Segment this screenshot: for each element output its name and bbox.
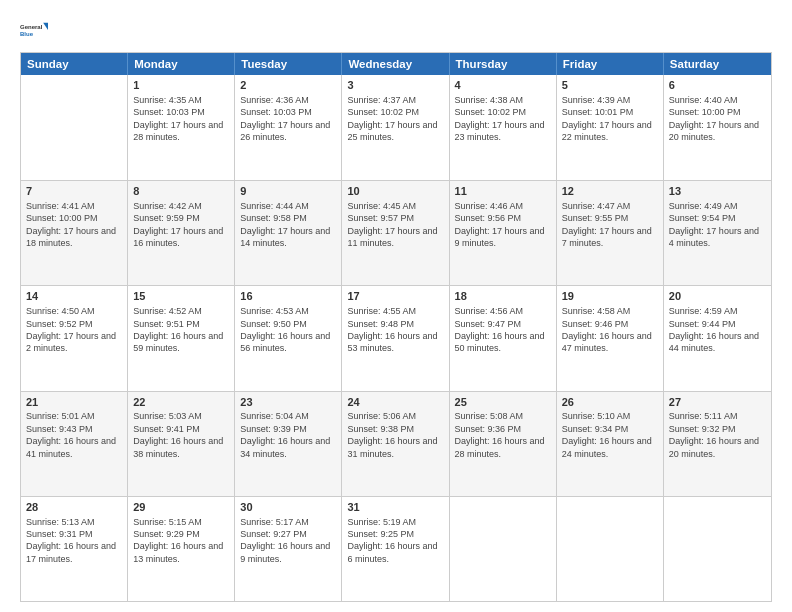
day-number: 8 xyxy=(133,184,229,199)
calendar: SundayMondayTuesdayWednesdayThursdayFrid… xyxy=(20,52,772,602)
calendar-day-cell: 12Sunrise: 4:47 AM Sunset: 9:55 PM Dayli… xyxy=(557,181,664,285)
calendar-day-cell: 28Sunrise: 5:13 AM Sunset: 9:31 PM Dayli… xyxy=(21,497,128,601)
calendar-day-cell: 7Sunrise: 4:41 AM Sunset: 10:00 PM Dayli… xyxy=(21,181,128,285)
calendar-day-cell: 4Sunrise: 4:38 AM Sunset: 10:02 PM Dayli… xyxy=(450,75,557,180)
day-info: Sunrise: 4:45 AM Sunset: 9:57 PM Dayligh… xyxy=(347,200,443,250)
day-number: 15 xyxy=(133,289,229,304)
day-info: Sunrise: 4:50 AM Sunset: 9:52 PM Dayligh… xyxy=(26,305,122,355)
day-number: 1 xyxy=(133,78,229,93)
day-number: 24 xyxy=(347,395,443,410)
calendar-day-cell: 19Sunrise: 4:58 AM Sunset: 9:46 PM Dayli… xyxy=(557,286,664,390)
calendar-day-cell: 24Sunrise: 5:06 AM Sunset: 9:38 PM Dayli… xyxy=(342,392,449,496)
day-number: 11 xyxy=(455,184,551,199)
day-number: 9 xyxy=(240,184,336,199)
weekday-header: Friday xyxy=(557,53,664,75)
calendar-day-cell: 14Sunrise: 4:50 AM Sunset: 9:52 PM Dayli… xyxy=(21,286,128,390)
day-info: Sunrise: 5:11 AM Sunset: 9:32 PM Dayligh… xyxy=(669,410,766,460)
calendar-day-cell: 29Sunrise: 5:15 AM Sunset: 9:29 PM Dayli… xyxy=(128,497,235,601)
calendar-row: 28Sunrise: 5:13 AM Sunset: 9:31 PM Dayli… xyxy=(21,496,771,601)
day-number: 22 xyxy=(133,395,229,410)
calendar-day-cell: 3Sunrise: 4:37 AM Sunset: 10:02 PM Dayli… xyxy=(342,75,449,180)
day-number: 28 xyxy=(26,500,122,515)
day-info: Sunrise: 4:59 AM Sunset: 9:44 PM Dayligh… xyxy=(669,305,766,355)
page: GeneralBlue SundayMondayTuesdayWednesday… xyxy=(0,0,792,612)
day-number: 18 xyxy=(455,289,551,304)
calendar-day-cell: 21Sunrise: 5:01 AM Sunset: 9:43 PM Dayli… xyxy=(21,392,128,496)
day-number: 10 xyxy=(347,184,443,199)
day-info: Sunrise: 4:49 AM Sunset: 9:54 PM Dayligh… xyxy=(669,200,766,250)
day-info: Sunrise: 5:03 AM Sunset: 9:41 PM Dayligh… xyxy=(133,410,229,460)
calendar-row: 14Sunrise: 4:50 AM Sunset: 9:52 PM Dayli… xyxy=(21,285,771,390)
calendar-day-cell: 6Sunrise: 4:40 AM Sunset: 10:00 PM Dayli… xyxy=(664,75,771,180)
day-info: Sunrise: 4:36 AM Sunset: 10:03 PM Daylig… xyxy=(240,94,336,144)
day-info: Sunrise: 4:39 AM Sunset: 10:01 PM Daylig… xyxy=(562,94,658,144)
day-info: Sunrise: 5:13 AM Sunset: 9:31 PM Dayligh… xyxy=(26,516,122,566)
day-info: Sunrise: 5:06 AM Sunset: 9:38 PM Dayligh… xyxy=(347,410,443,460)
weekday-header: Thursday xyxy=(450,53,557,75)
day-number: 3 xyxy=(347,78,443,93)
calendar-empty-cell xyxy=(21,75,128,180)
logo-icon: GeneralBlue xyxy=(20,16,48,44)
day-number: 20 xyxy=(669,289,766,304)
weekday-header: Monday xyxy=(128,53,235,75)
calendar-day-cell: 5Sunrise: 4:39 AM Sunset: 10:01 PM Dayli… xyxy=(557,75,664,180)
calendar-day-cell: 23Sunrise: 5:04 AM Sunset: 9:39 PM Dayli… xyxy=(235,392,342,496)
day-info: Sunrise: 4:40 AM Sunset: 10:00 PM Daylig… xyxy=(669,94,766,144)
calendar-day-cell: 20Sunrise: 4:59 AM Sunset: 9:44 PM Dayli… xyxy=(664,286,771,390)
day-number: 31 xyxy=(347,500,443,515)
calendar-day-cell: 10Sunrise: 4:45 AM Sunset: 9:57 PM Dayli… xyxy=(342,181,449,285)
day-info: Sunrise: 5:19 AM Sunset: 9:25 PM Dayligh… xyxy=(347,516,443,566)
day-number: 12 xyxy=(562,184,658,199)
day-info: Sunrise: 4:58 AM Sunset: 9:46 PM Dayligh… xyxy=(562,305,658,355)
svg-text:Blue: Blue xyxy=(20,31,34,37)
weekday-header: Tuesday xyxy=(235,53,342,75)
weekday-header: Wednesday xyxy=(342,53,449,75)
day-info: Sunrise: 4:53 AM Sunset: 9:50 PM Dayligh… xyxy=(240,305,336,355)
calendar-day-cell: 11Sunrise: 4:46 AM Sunset: 9:56 PM Dayli… xyxy=(450,181,557,285)
day-number: 29 xyxy=(133,500,229,515)
day-number: 17 xyxy=(347,289,443,304)
day-number: 16 xyxy=(240,289,336,304)
day-info: Sunrise: 4:35 AM Sunset: 10:03 PM Daylig… xyxy=(133,94,229,144)
calendar-day-cell: 17Sunrise: 4:55 AM Sunset: 9:48 PM Dayli… xyxy=(342,286,449,390)
day-info: Sunrise: 5:01 AM Sunset: 9:43 PM Dayligh… xyxy=(26,410,122,460)
day-number: 6 xyxy=(669,78,766,93)
day-info: Sunrise: 5:10 AM Sunset: 9:34 PM Dayligh… xyxy=(562,410,658,460)
day-number: 13 xyxy=(669,184,766,199)
day-number: 14 xyxy=(26,289,122,304)
day-number: 21 xyxy=(26,395,122,410)
calendar-day-cell: 30Sunrise: 5:17 AM Sunset: 9:27 PM Dayli… xyxy=(235,497,342,601)
calendar-body: 1Sunrise: 4:35 AM Sunset: 10:03 PM Dayli… xyxy=(21,75,771,601)
calendar-header: SundayMondayTuesdayWednesdayThursdayFrid… xyxy=(21,53,771,75)
calendar-day-cell: 22Sunrise: 5:03 AM Sunset: 9:41 PM Dayli… xyxy=(128,392,235,496)
day-number: 7 xyxy=(26,184,122,199)
calendar-day-cell: 27Sunrise: 5:11 AM Sunset: 9:32 PM Dayli… xyxy=(664,392,771,496)
day-number: 30 xyxy=(240,500,336,515)
calendar-row: 7Sunrise: 4:41 AM Sunset: 10:00 PM Dayli… xyxy=(21,180,771,285)
svg-marker-2 xyxy=(43,23,48,30)
day-number: 2 xyxy=(240,78,336,93)
day-info: Sunrise: 5:17 AM Sunset: 9:27 PM Dayligh… xyxy=(240,516,336,566)
day-info: Sunrise: 4:56 AM Sunset: 9:47 PM Dayligh… xyxy=(455,305,551,355)
calendar-day-cell: 1Sunrise: 4:35 AM Sunset: 10:03 PM Dayli… xyxy=(128,75,235,180)
calendar-row: 21Sunrise: 5:01 AM Sunset: 9:43 PM Dayli… xyxy=(21,391,771,496)
day-number: 27 xyxy=(669,395,766,410)
day-info: Sunrise: 4:47 AM Sunset: 9:55 PM Dayligh… xyxy=(562,200,658,250)
calendar-day-cell: 13Sunrise: 4:49 AM Sunset: 9:54 PM Dayli… xyxy=(664,181,771,285)
day-number: 25 xyxy=(455,395,551,410)
svg-text:General: General xyxy=(20,24,43,30)
day-info: Sunrise: 5:08 AM Sunset: 9:36 PM Dayligh… xyxy=(455,410,551,460)
logo: GeneralBlue xyxy=(20,16,48,44)
calendar-day-cell: 15Sunrise: 4:52 AM Sunset: 9:51 PM Dayli… xyxy=(128,286,235,390)
day-number: 23 xyxy=(240,395,336,410)
day-info: Sunrise: 4:46 AM Sunset: 9:56 PM Dayligh… xyxy=(455,200,551,250)
day-info: Sunrise: 4:37 AM Sunset: 10:02 PM Daylig… xyxy=(347,94,443,144)
calendar-day-cell: 18Sunrise: 4:56 AM Sunset: 9:47 PM Dayli… xyxy=(450,286,557,390)
day-info: Sunrise: 5:15 AM Sunset: 9:29 PM Dayligh… xyxy=(133,516,229,566)
header: GeneralBlue xyxy=(20,16,772,44)
day-number: 19 xyxy=(562,289,658,304)
calendar-empty-cell xyxy=(450,497,557,601)
calendar-day-cell: 26Sunrise: 5:10 AM Sunset: 9:34 PM Dayli… xyxy=(557,392,664,496)
calendar-row: 1Sunrise: 4:35 AM Sunset: 10:03 PM Dayli… xyxy=(21,75,771,180)
weekday-header: Sunday xyxy=(21,53,128,75)
